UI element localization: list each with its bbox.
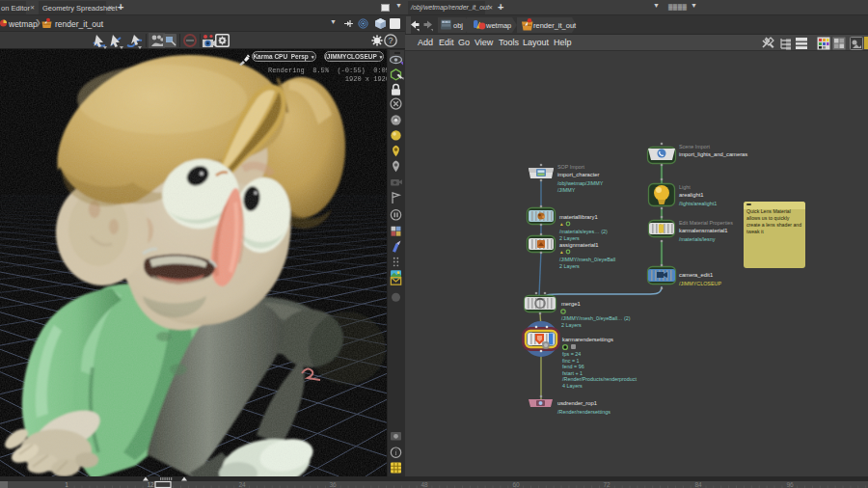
svg-text:Quick Lens Material: Quick Lens Material [746, 208, 791, 214]
svg-text:tweak it: tweak it [746, 229, 764, 234]
svg-text:/JIMMYCLOSEUP: /JIMMYCLOSEUP [679, 281, 721, 286]
svg-text:fstart + 1: fstart + 1 [562, 370, 583, 376]
svg-text:?: ? [388, 36, 393, 45]
svg-text:48: 48 [420, 481, 428, 488]
svg-text:/JIMMY/mesh_0/eyeBall: /JIMMY/mesh_0/eyeBall [559, 257, 615, 262]
svg-text:24: 24 [238, 481, 246, 488]
svg-text:obj: obj [453, 21, 463, 30]
svg-text:72: 72 [603, 481, 610, 488]
svg-text:import_lights_and_cameras: import_lights_and_cameras [679, 151, 747, 157]
svg-text:/obj/wetmap/JIMMY: /obj/wetmap/JIMMY [557, 180, 604, 186]
svg-text:1: 1 [65, 481, 68, 488]
svg-text:96: 96 [786, 481, 794, 488]
svg-text:usdrender_rop1: usdrender_rop1 [557, 400, 597, 406]
svg-text:fps = 24: fps = 24 [562, 351, 581, 357]
svg-text:/materials/lesny: /materials/lesny [679, 236, 716, 242]
svg-text:/JIMMY/mesh_0/eyeBall… (2): /JIMMY/mesh_0/eyeBall… (2) [561, 315, 631, 321]
svg-text:i: i [394, 448, 396, 457]
svg-text:▲: ▲ [559, 222, 564, 227]
svg-text:12: 12 [147, 481, 154, 488]
svg-text:4 Layers: 4 Layers [562, 383, 583, 389]
svg-text:arealight1: arealight1 [679, 192, 703, 198]
svg-text:Light: Light [679, 184, 691, 190]
svg-text:merge1: merge1 [561, 301, 581, 307]
svg-text:SOP Import: SOP Import [557, 164, 585, 170]
svg-text:/lights/arealight1: /lights/arealight1 [679, 201, 717, 206]
svg-text:wetmap: wetmap [485, 21, 511, 30]
svg-text:allows us to quickly: allows us to quickly [746, 215, 790, 221]
svg-text:/JIMMY: /JIMMY [557, 187, 576, 193]
svg-text:60: 60 [512, 481, 520, 488]
svg-text:karmarendersettings: karmarendersettings [562, 337, 613, 342]
svg-text:/Render/Products/renderproduct: /Render/Products/renderproduct [562, 376, 637, 382]
svg-text:84: 84 [694, 481, 702, 488]
svg-text:finc = 1: finc = 1 [562, 358, 580, 364]
svg-text:camera_edit1: camera_edit1 [679, 272, 713, 278]
svg-text:import_character: import_character [557, 172, 600, 177]
svg-text:materiallibrary1: materiallibrary1 [559, 214, 598, 220]
svg-text:/Render/rendersettings: /Render/rendersettings [557, 409, 610, 415]
svg-text:2 Layers: 2 Layers [559, 235, 580, 241]
svg-text:assignmaterial1: assignmaterial1 [559, 242, 599, 248]
svg-text:create a lens shader and: create a lens shader and [746, 222, 801, 228]
svg-text:2 Layers: 2 Layers [559, 263, 580, 269]
svg-text:/materials/eyes… (2): /materials/eyes… (2) [559, 229, 608, 234]
svg-text:render_it_out: render_it_out [533, 21, 577, 30]
svg-text:karmalensmaterial1: karmalensmaterial1 [679, 228, 728, 233]
svg-text:fend = 96: fend = 96 [562, 364, 584, 369]
svg-text:2 Layers: 2 Layers [561, 322, 582, 328]
svg-text:36: 36 [329, 481, 337, 488]
svg-text:Scene Import: Scene Import [679, 144, 711, 149]
svg-text:▲: ▲ [559, 250, 564, 255]
svg-text:Edit Material Properties: Edit Material Properties [679, 220, 733, 226]
